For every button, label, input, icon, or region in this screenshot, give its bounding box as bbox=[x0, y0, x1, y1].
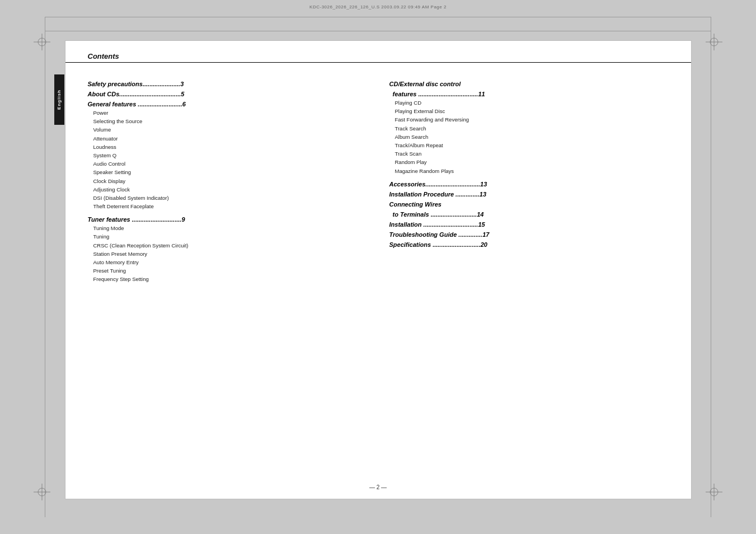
toc-specifications: Specifications .........................… bbox=[389, 241, 669, 248]
toc-item-volume: Volume bbox=[93, 125, 367, 134]
reg-mark-bl bbox=[34, 484, 50, 500]
right-vline bbox=[711, 17, 711, 517]
toc-item-album-search: Album Search bbox=[395, 133, 669, 141]
toc-item-playing-cd: Playing CD bbox=[395, 99, 669, 107]
header-top-line bbox=[45, 17, 711, 17]
reg-mark-br bbox=[706, 484, 722, 500]
toc-item-adjusting-clock: Adjusting Clock bbox=[93, 185, 367, 194]
reg-mark-tl bbox=[34, 34, 50, 50]
toc-right-column: CD/External disc control features ......… bbox=[378, 66, 691, 499]
toc-item-magazine-random: Magazine Random Plays bbox=[395, 167, 669, 175]
toc-item-fast-forward: Fast Forwarding and Reversing bbox=[395, 115, 669, 124]
toc-item-clock-display: Clock Display bbox=[93, 177, 367, 185]
page-wrapper: KDC-3026_2026_226_126_U.S 2003.09.22 09:… bbox=[0, 0, 756, 534]
toc-sub-tuner: Tuning Mode Tuning CRSC (Clean Reception… bbox=[93, 224, 367, 283]
toc-item-auto-memory: Auto Memory Entry bbox=[93, 258, 367, 266]
toc-item-track-scan: Track Scan bbox=[395, 149, 669, 158]
header-bottom-line bbox=[45, 31, 711, 31]
toc-cd-external: CD/External disc control bbox=[389, 81, 669, 87]
toc-left-column: Safety precautions......................… bbox=[65, 66, 378, 499]
toc-troubleshooting: Troubleshooting Guide ..............17 bbox=[389, 231, 669, 238]
toc-item-tuning-mode: Tuning Mode bbox=[93, 224, 367, 232]
toc-installation-procedure: Installation Procedure ..............13 bbox=[389, 191, 669, 198]
toc-container: Safety precautions......................… bbox=[65, 66, 691, 499]
toc-sub-general: Power Selecting the Source Volume Attenu… bbox=[93, 109, 367, 210]
toc-item-crsc: CRSC (Clean Reception System Circuit) bbox=[93, 241, 367, 250]
toc-item-attenuator: Attenuator bbox=[93, 134, 367, 143]
toc-item-audio-control: Audio Control bbox=[93, 160, 367, 168]
reg-mark-tr bbox=[706, 34, 722, 50]
english-tab: English bbox=[54, 74, 64, 125]
contents-title: Contents bbox=[88, 52, 119, 60]
toc-item-dsi: DSI (Disabled System Indicator) bbox=[93, 194, 367, 202]
toc-item-station-preset: Station Preset Memory bbox=[93, 250, 367, 258]
toc-item-power: Power bbox=[93, 109, 367, 117]
toc-installation: Installation ...........................… bbox=[389, 221, 669, 228]
toc-item-speaker-setting: Speaker Setting bbox=[93, 168, 367, 176]
main-content: English Contents Safety precautions.....… bbox=[65, 40, 692, 499]
toc-tuner-features: Tuner features .........................… bbox=[88, 216, 367, 223]
toc-accessories: Accessories.............................… bbox=[389, 181, 669, 188]
toc-item-theft: Theft Deterrent Faceplate bbox=[93, 202, 367, 210]
toc-item-random-play: Random Play bbox=[395, 158, 669, 166]
left-vline bbox=[45, 17, 45, 517]
page-number: — 2 — bbox=[369, 484, 387, 490]
toc-general-features: General features .......................… bbox=[88, 101, 367, 107]
toc-item-selecting-source: Selecting the Source bbox=[93, 117, 367, 125]
toc-item-tuning: Tuning bbox=[93, 232, 367, 241]
toc-to-terminals: to Terminals ...........................… bbox=[389, 211, 669, 218]
toc-item-preset-tuning: Preset Tuning bbox=[93, 266, 367, 275]
toc-about-cds: About CDs...............................… bbox=[88, 91, 367, 97]
toc-safety: Safety precautions......................… bbox=[88, 81, 367, 87]
toc-item-system-q: System Q bbox=[93, 151, 367, 160]
toc-item-playing-external: Playing External Disc bbox=[395, 107, 669, 115]
toc-cd-features-page: features ...............................… bbox=[389, 91, 669, 97]
toc-connecting-wires: Connecting Wires bbox=[389, 201, 669, 208]
english-label: English bbox=[57, 90, 62, 110]
file-info: KDC-3026_2026_226_126_U.S 2003.09.22 09:… bbox=[309, 4, 447, 10]
toc-item-track-album-repeat: Track/Album Repeat bbox=[395, 141, 669, 149]
toc-item-freq-step: Frequency Step Setting bbox=[93, 275, 367, 283]
toc-item-loudness: Loudness bbox=[93, 143, 367, 151]
contents-divider bbox=[65, 62, 691, 63]
toc-item-track-search: Track Search bbox=[395, 124, 669, 133]
toc-sub-cd: Playing CD Playing External Disc Fast Fo… bbox=[395, 99, 669, 175]
